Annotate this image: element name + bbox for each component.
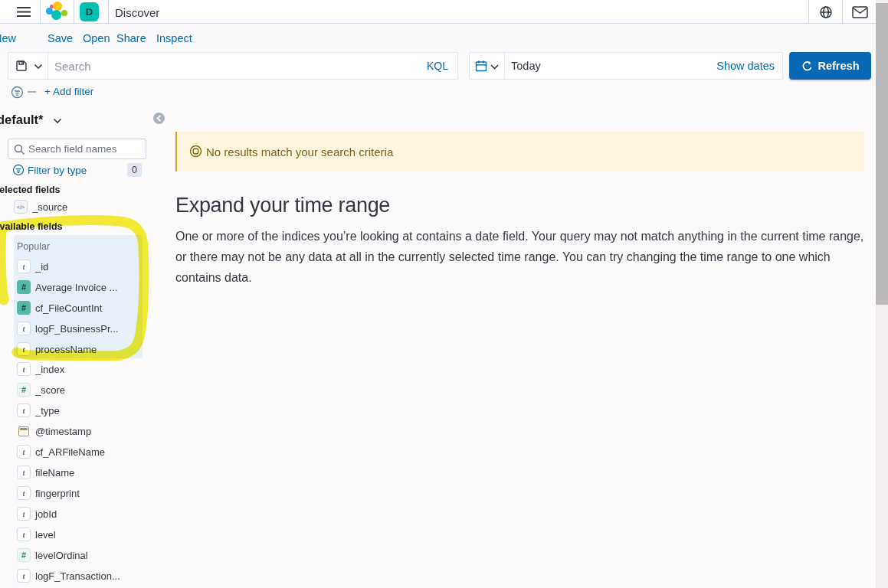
refresh-icon bbox=[801, 60, 813, 72]
field-type-string-badge: t bbox=[17, 260, 31, 273]
field-item-logF_BusinessPr...[interactable]: tlogF_BusinessPr... bbox=[17, 322, 162, 335]
field-item-processName[interactable]: tprocessName bbox=[17, 342, 162, 356]
space-avatar[interactable]: D bbox=[80, 2, 99, 21]
field-type-number_popular-badge: # bbox=[17, 280, 31, 294]
field-item-logF_Transaction...[interactable]: tlogF_Transaction... bbox=[17, 569, 162, 583]
field-type-string-badge: t bbox=[17, 362, 31, 376]
time-range-value[interactable]: Today bbox=[511, 60, 541, 72]
chevron-down-icon bbox=[490, 64, 499, 70]
callout-message: No results match your search criteria bbox=[206, 145, 393, 158]
filter-bar: + Add filter bbox=[0, 80, 876, 105]
field-item-_source[interactable]: </>_source bbox=[14, 200, 159, 214]
app-menu-bar: New Save Open Share Inspect bbox=[0, 24, 876, 51]
nav-item-save[interactable]: Save bbox=[48, 32, 73, 44]
field-type-string-badge: t bbox=[17, 342, 31, 356]
collapse-sidebar-button[interactable] bbox=[153, 113, 165, 124]
query-language-button[interactable]: KQL bbox=[427, 60, 448, 72]
field-item-_id[interactable]: t_id bbox=[17, 260, 162, 273]
field-type-string-badge: t bbox=[17, 322, 31, 335]
field-type-string-badge: t bbox=[17, 403, 31, 417]
field-type-string-badge: t bbox=[17, 445, 31, 459]
field-item-cf_FileCountInt[interactable]: #cf_FileCountInt bbox=[17, 301, 162, 315]
nav-item-share[interactable]: Share bbox=[116, 32, 146, 44]
field-item-_index[interactable]: t_index bbox=[17, 362, 162, 376]
field-type-string-badge: t bbox=[17, 528, 31, 541]
filter-icon bbox=[11, 86, 24, 99]
dash bbox=[28, 91, 36, 93]
elastic-logo[interactable] bbox=[46, 2, 67, 22]
popular-fields-list: t_id#Average Invoice ...#cf_FileCountInt… bbox=[17, 260, 162, 363]
divider bbox=[808, 0, 809, 23]
help-buoy-icon bbox=[189, 145, 202, 158]
field-item-level[interactable]: tlevel bbox=[17, 528, 162, 541]
show-dates-button[interactable]: Show dates bbox=[716, 60, 775, 72]
no-results-callout: No results match your search criteria bbox=[175, 132, 864, 172]
field-label: level bbox=[35, 529, 56, 541]
field-search-box bbox=[8, 139, 146, 159]
field-label: _index bbox=[35, 364, 64, 375]
scrollbar-thumb[interactable] bbox=[876, 3, 888, 305]
scrollbar-track[interactable] bbox=[876, 0, 888, 588]
page-title: Discover bbox=[115, 6, 159, 19]
field-type-string-badge: t bbox=[17, 486, 31, 500]
selected-fields-heading: Selected fields bbox=[0, 185, 61, 195]
calendar-icon bbox=[475, 60, 487, 72]
filter-icon bbox=[12, 164, 25, 176]
field-label: logF_BusinessPr... bbox=[35, 323, 118, 335]
field-label: cf_FileCountInt bbox=[35, 302, 102, 314]
field-item-levelOrdinal[interactable]: #levelOrdinal bbox=[17, 548, 162, 562]
field-item-cf_ARFileName[interactable]: tcf_ARFileName bbox=[17, 445, 162, 459]
available-fields-heading: Available fields bbox=[0, 221, 63, 232]
field-type-number-badge: # bbox=[17, 548, 31, 562]
divider bbox=[74, 0, 74, 23]
refresh-button[interactable]: Refresh bbox=[789, 52, 871, 80]
chevron-down-icon bbox=[53, 118, 62, 124]
available-fields-list: t_index#_scoret_type@timestamptcf_ARFile… bbox=[17, 362, 162, 588]
chevron-down-icon bbox=[34, 64, 43, 70]
search-icon bbox=[14, 144, 25, 155]
field-label: _id bbox=[35, 261, 48, 273]
search-input[interactable] bbox=[54, 53, 384, 79]
quick-select-date-button[interactable] bbox=[470, 53, 505, 79]
top-chrome-bar: D Discover bbox=[0, 0, 876, 24]
nav-item-new[interactable]: New bbox=[0, 32, 16, 44]
field-type-number-badge: # bbox=[17, 383, 31, 397]
field-item-Average Invoice ...[interactable]: #Average Invoice ... bbox=[17, 280, 162, 294]
filter-count-badge: 0 bbox=[127, 163, 142, 177]
field-search-input[interactable] bbox=[28, 139, 143, 158]
filter-by-type-button[interactable]: Filter by type bbox=[28, 165, 87, 176]
field-item-@timestamp[interactable]: @timestamp bbox=[17, 424, 162, 438]
query-bar: KQL bbox=[8, 52, 458, 80]
menu-icon[interactable] bbox=[17, 7, 31, 17]
field-type-string-badge: t bbox=[17, 507, 31, 521]
field-item-fileName[interactable]: tfileName bbox=[17, 466, 162, 479]
field-label: _source bbox=[32, 201, 67, 213]
divider bbox=[40, 0, 41, 23]
divider bbox=[108, 0, 109, 23]
index-pattern-switcher[interactable]: default* bbox=[0, 113, 62, 127]
popular-fields-heading: Popular bbox=[17, 241, 50, 252]
field-item-_type[interactable]: t_type bbox=[17, 403, 162, 417]
field-label: fileName bbox=[35, 467, 74, 479]
nav-item-open[interactable]: Open bbox=[83, 32, 110, 44]
field-item-jobId[interactable]: tjobId bbox=[17, 507, 162, 521]
saved-query-menu-button[interactable] bbox=[8, 53, 48, 79]
field-label: @timestamp bbox=[35, 426, 91, 437]
field-item-fingerprint[interactable]: tfingerprint bbox=[17, 486, 162, 500]
nav-item-inspect[interactable]: Inspect bbox=[156, 32, 192, 44]
mail-icon[interactable] bbox=[852, 6, 867, 21]
globe-icon[interactable] bbox=[818, 5, 834, 20]
field-type-string-badge: t bbox=[17, 466, 31, 479]
field-item-_score[interactable]: #_score bbox=[17, 383, 162, 397]
field-label: _score bbox=[35, 384, 65, 396]
field-label: processName bbox=[35, 344, 97, 355]
kibana-discover-app: D Discover New Save Open Share Inspect bbox=[0, 0, 888, 588]
field-type-number_popular-badge: # bbox=[17, 301, 31, 315]
add-filter-button[interactable]: + Add filter bbox=[44, 86, 93, 97]
field-type-source-badge: </> bbox=[14, 200, 28, 214]
empty-state-description: One or more of the indices you’re lookin… bbox=[175, 226, 867, 288]
field-label: Average Invoice ... bbox=[35, 282, 117, 293]
field-label: levelOrdinal bbox=[35, 550, 88, 561]
selected-fields-list: </>_source bbox=[14, 200, 159, 220]
field-label: cf_ARFileName bbox=[35, 446, 105, 458]
